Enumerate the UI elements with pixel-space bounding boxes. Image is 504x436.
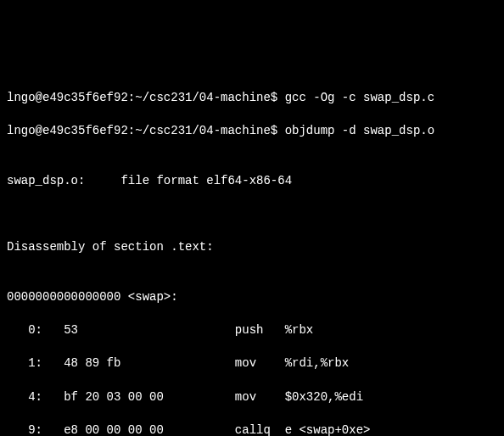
file-format-line: swap_dsp.o: file format elf64-x86-64	[7, 173, 497, 190]
instruction-row: 0: 53 push %rbx	[7, 322, 497, 339]
prompt-line-2: lngo@e49c35f6ef92:~/csc231/04-machine$ o…	[7, 123, 497, 140]
instruction-row: 1: 48 89 fb mov %rdi,%rbx	[7, 355, 497, 372]
swap-label: 0000000000000000 <swap>:	[7, 289, 497, 306]
prompt-line-1: lngo@e49c35f6ef92:~/csc231/04-machine$ g…	[7, 90, 497, 107]
terminal-output[interactable]: lngo@e49c35f6ef92:~/csc231/04-machine$ g…	[7, 73, 497, 436]
command-text: objdump -d swap_dsp.o	[285, 124, 434, 137]
disassembly-header: Disassembly of section .text:	[7, 239, 497, 256]
instruction-row: 9: e8 00 00 00 00 callq e <swap+0xe>	[7, 422, 497, 436]
prompt-text: lngo@e49c35f6ef92:~/csc231/04-machine$	[7, 124, 285, 137]
prompt-text: lngo@e49c35f6ef92:~/csc231/04-machine$	[7, 91, 285, 104]
command-text: gcc -Og -c swap_dsp.c	[285, 91, 434, 104]
instruction-row: 4: bf 20 03 00 00 mov $0x320,%edi	[7, 389, 497, 406]
